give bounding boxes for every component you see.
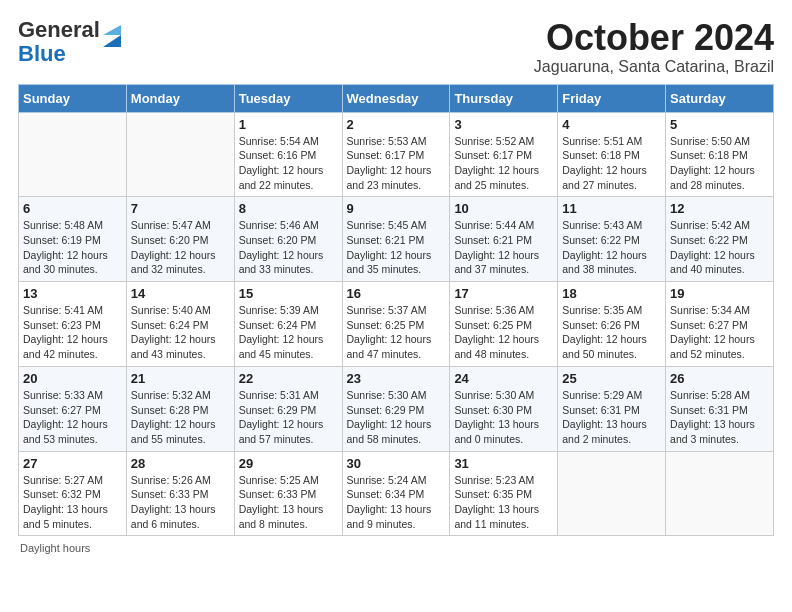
- calendar-week-row: 13Sunrise: 5:41 AM Sunset: 6:23 PM Dayli…: [19, 282, 774, 367]
- logo-triangle-icon: [103, 25, 121, 47]
- calendar-cell: 18Sunrise: 5:35 AM Sunset: 6:26 PM Dayli…: [558, 282, 666, 367]
- calendar-week-row: 20Sunrise: 5:33 AM Sunset: 6:27 PM Dayli…: [19, 366, 774, 451]
- day-number: 14: [131, 286, 230, 301]
- header: General Blue October 2024 Jaguaruna, San…: [18, 18, 774, 76]
- day-info: Sunrise: 5:27 AM Sunset: 6:32 PM Dayligh…: [23, 473, 122, 532]
- day-number: 20: [23, 371, 122, 386]
- title-block: October 2024 Jaguaruna, Santa Catarina, …: [534, 18, 774, 76]
- calendar-header-row: SundayMondayTuesdayWednesdayThursdayFrid…: [19, 84, 774, 112]
- day-info: Sunrise: 5:25 AM Sunset: 6:33 PM Dayligh…: [239, 473, 338, 532]
- day-number: 29: [239, 456, 338, 471]
- day-info: Sunrise: 5:51 AM Sunset: 6:18 PM Dayligh…: [562, 134, 661, 193]
- calendar-cell: 15Sunrise: 5:39 AM Sunset: 6:24 PM Dayli…: [234, 282, 342, 367]
- day-info: Sunrise: 5:46 AM Sunset: 6:20 PM Dayligh…: [239, 218, 338, 277]
- day-number: 3: [454, 117, 553, 132]
- day-number: 12: [670, 201, 769, 216]
- day-info: Sunrise: 5:44 AM Sunset: 6:21 PM Dayligh…: [454, 218, 553, 277]
- day-info: Sunrise: 5:34 AM Sunset: 6:27 PM Dayligh…: [670, 303, 769, 362]
- calendar-cell: 13Sunrise: 5:41 AM Sunset: 6:23 PM Dayli…: [19, 282, 127, 367]
- calendar-week-row: 6Sunrise: 5:48 AM Sunset: 6:19 PM Daylig…: [19, 197, 774, 282]
- logo: General Blue: [18, 18, 121, 66]
- page-subtitle: Jaguaruna, Santa Catarina, Brazil: [534, 58, 774, 76]
- calendar-header-sunday: Sunday: [19, 84, 127, 112]
- svg-marker-1: [103, 25, 121, 35]
- calendar-header-wednesday: Wednesday: [342, 84, 450, 112]
- day-number: 31: [454, 456, 553, 471]
- day-info: Sunrise: 5:53 AM Sunset: 6:17 PM Dayligh…: [347, 134, 446, 193]
- day-number: 10: [454, 201, 553, 216]
- calendar-cell: 1Sunrise: 5:54 AM Sunset: 6:16 PM Daylig…: [234, 112, 342, 197]
- day-info: Sunrise: 5:41 AM Sunset: 6:23 PM Dayligh…: [23, 303, 122, 362]
- day-info: Sunrise: 5:29 AM Sunset: 6:31 PM Dayligh…: [562, 388, 661, 447]
- day-info: Sunrise: 5:45 AM Sunset: 6:21 PM Dayligh…: [347, 218, 446, 277]
- calendar-cell: 4Sunrise: 5:51 AM Sunset: 6:18 PM Daylig…: [558, 112, 666, 197]
- calendar-cell: 21Sunrise: 5:32 AM Sunset: 6:28 PM Dayli…: [126, 366, 234, 451]
- day-info: Sunrise: 5:54 AM Sunset: 6:16 PM Dayligh…: [239, 134, 338, 193]
- calendar-header-monday: Monday: [126, 84, 234, 112]
- calendar-week-row: 1Sunrise: 5:54 AM Sunset: 6:16 PM Daylig…: [19, 112, 774, 197]
- day-number: 28: [131, 456, 230, 471]
- day-number: 24: [454, 371, 553, 386]
- calendar-cell: 23Sunrise: 5:30 AM Sunset: 6:29 PM Dayli…: [342, 366, 450, 451]
- day-info: Sunrise: 5:43 AM Sunset: 6:22 PM Dayligh…: [562, 218, 661, 277]
- calendar-cell: [126, 112, 234, 197]
- calendar-cell: 20Sunrise: 5:33 AM Sunset: 6:27 PM Dayli…: [19, 366, 127, 451]
- day-number: 27: [23, 456, 122, 471]
- day-info: Sunrise: 5:47 AM Sunset: 6:20 PM Dayligh…: [131, 218, 230, 277]
- calendar-cell: [666, 451, 774, 536]
- footer: Daylight hours: [18, 542, 774, 554]
- day-info: Sunrise: 5:28 AM Sunset: 6:31 PM Dayligh…: [670, 388, 769, 447]
- calendar-header-saturday: Saturday: [666, 84, 774, 112]
- day-info: Sunrise: 5:35 AM Sunset: 6:26 PM Dayligh…: [562, 303, 661, 362]
- day-number: 13: [23, 286, 122, 301]
- day-info: Sunrise: 5:52 AM Sunset: 6:17 PM Dayligh…: [454, 134, 553, 193]
- day-number: 17: [454, 286, 553, 301]
- calendar-cell: 31Sunrise: 5:23 AM Sunset: 6:35 PM Dayli…: [450, 451, 558, 536]
- calendar-cell: 17Sunrise: 5:36 AM Sunset: 6:25 PM Dayli…: [450, 282, 558, 367]
- day-info: Sunrise: 5:36 AM Sunset: 6:25 PM Dayligh…: [454, 303, 553, 362]
- day-number: 7: [131, 201, 230, 216]
- calendar-header-thursday: Thursday: [450, 84, 558, 112]
- day-info: Sunrise: 5:32 AM Sunset: 6:28 PM Dayligh…: [131, 388, 230, 447]
- day-number: 18: [562, 286, 661, 301]
- day-number: 22: [239, 371, 338, 386]
- calendar-cell: 22Sunrise: 5:31 AM Sunset: 6:29 PM Dayli…: [234, 366, 342, 451]
- calendar-cell: 5Sunrise: 5:50 AM Sunset: 6:18 PM Daylig…: [666, 112, 774, 197]
- calendar-cell: 11Sunrise: 5:43 AM Sunset: 6:22 PM Dayli…: [558, 197, 666, 282]
- day-info: Sunrise: 5:31 AM Sunset: 6:29 PM Dayligh…: [239, 388, 338, 447]
- calendar-header-tuesday: Tuesday: [234, 84, 342, 112]
- day-info: Sunrise: 5:26 AM Sunset: 6:33 PM Dayligh…: [131, 473, 230, 532]
- page: General Blue October 2024 Jaguaruna, San…: [0, 0, 792, 564]
- day-number: 19: [670, 286, 769, 301]
- day-info: Sunrise: 5:37 AM Sunset: 6:25 PM Dayligh…: [347, 303, 446, 362]
- day-info: Sunrise: 5:24 AM Sunset: 6:34 PM Dayligh…: [347, 473, 446, 532]
- calendar-cell: 2Sunrise: 5:53 AM Sunset: 6:17 PM Daylig…: [342, 112, 450, 197]
- calendar-cell: 27Sunrise: 5:27 AM Sunset: 6:32 PM Dayli…: [19, 451, 127, 536]
- day-info: Sunrise: 5:48 AM Sunset: 6:19 PM Dayligh…: [23, 218, 122, 277]
- logo-text-block: General Blue: [18, 18, 121, 66]
- calendar-cell: 7Sunrise: 5:47 AM Sunset: 6:20 PM Daylig…: [126, 197, 234, 282]
- calendar-cell: 19Sunrise: 5:34 AM Sunset: 6:27 PM Dayli…: [666, 282, 774, 367]
- logo-general: General Blue: [18, 18, 100, 66]
- calendar-cell: 10Sunrise: 5:44 AM Sunset: 6:21 PM Dayli…: [450, 197, 558, 282]
- day-info: Sunrise: 5:42 AM Sunset: 6:22 PM Dayligh…: [670, 218, 769, 277]
- calendar-cell: 24Sunrise: 5:30 AM Sunset: 6:30 PM Dayli…: [450, 366, 558, 451]
- day-number: 9: [347, 201, 446, 216]
- calendar-cell: 3Sunrise: 5:52 AM Sunset: 6:17 PM Daylig…: [450, 112, 558, 197]
- calendar-cell: 30Sunrise: 5:24 AM Sunset: 6:34 PM Dayli…: [342, 451, 450, 536]
- calendar-cell: 8Sunrise: 5:46 AM Sunset: 6:20 PM Daylig…: [234, 197, 342, 282]
- day-number: 1: [239, 117, 338, 132]
- calendar-cell: 26Sunrise: 5:28 AM Sunset: 6:31 PM Dayli…: [666, 366, 774, 451]
- calendar-header-friday: Friday: [558, 84, 666, 112]
- calendar-cell: 25Sunrise: 5:29 AM Sunset: 6:31 PM Dayli…: [558, 366, 666, 451]
- calendar-cell: 14Sunrise: 5:40 AM Sunset: 6:24 PM Dayli…: [126, 282, 234, 367]
- svg-marker-0: [103, 35, 121, 47]
- calendar-cell: 9Sunrise: 5:45 AM Sunset: 6:21 PM Daylig…: [342, 197, 450, 282]
- day-number: 6: [23, 201, 122, 216]
- page-title: October 2024: [534, 18, 774, 58]
- calendar-cell: 6Sunrise: 5:48 AM Sunset: 6:19 PM Daylig…: [19, 197, 127, 282]
- day-info: Sunrise: 5:40 AM Sunset: 6:24 PM Dayligh…: [131, 303, 230, 362]
- day-number: 26: [670, 371, 769, 386]
- calendar-cell: 16Sunrise: 5:37 AM Sunset: 6:25 PM Dayli…: [342, 282, 450, 367]
- calendar-week-row: 27Sunrise: 5:27 AM Sunset: 6:32 PM Dayli…: [19, 451, 774, 536]
